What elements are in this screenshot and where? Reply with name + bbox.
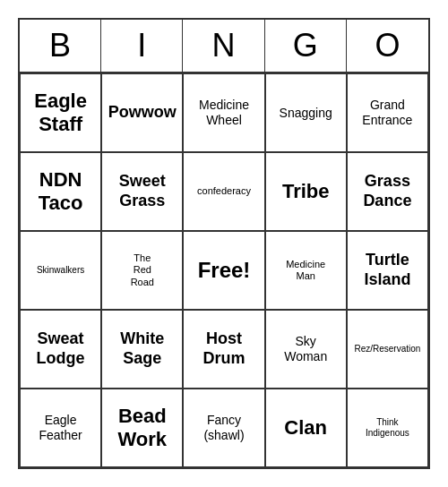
bingo-cell-23: Clan: [265, 389, 347, 467]
cell-text-5: NDNTaco: [39, 168, 83, 216]
bingo-header: BINGO: [20, 20, 428, 73]
bingo-cell-4: GrandEntrance: [347, 73, 428, 152]
bingo-cell-12: Free!: [183, 231, 264, 310]
bingo-cell-21: BeadWork: [101, 389, 183, 467]
bingo-letter-g: G: [265, 20, 347, 72]
cell-text-4: GrandEntrance: [362, 98, 412, 128]
cell-text-20: EagleFeather: [39, 413, 82, 443]
cell-text-16: WhiteSage: [120, 329, 164, 368]
bingo-cell-13: MedicineMan: [265, 231, 347, 310]
bingo-cell-16: WhiteSage: [101, 310, 183, 389]
cell-text-7: confederacy: [197, 185, 251, 197]
bingo-cell-17: HostDrum: [183, 310, 264, 389]
cell-text-13: MedicineMan: [286, 259, 325, 282]
cell-text-3: Snagging: [280, 106, 332, 121]
bingo-cell-10: Skinwalkers: [20, 231, 101, 310]
bingo-cell-5: NDNTaco: [20, 152, 101, 231]
cell-text-2: MedicineWheel: [199, 98, 249, 128]
bingo-cell-1: Powwow: [101, 73, 183, 152]
cell-text-10: Skinwalkers: [37, 265, 84, 276]
bingo-cell-2: MedicineWheel: [183, 73, 264, 152]
bingo-card: BINGO EagleStaffPowwowMedicineWheelSnagg…: [18, 18, 430, 469]
bingo-cell-6: SweetGrass: [101, 152, 183, 231]
cell-text-1: Powwow: [108, 103, 177, 123]
bingo-cell-24: ThinkIndigenous: [347, 389, 428, 467]
cell-text-24: ThinkIndigenous: [366, 417, 409, 439]
bingo-cell-18: SkyWoman: [265, 310, 347, 389]
bingo-cell-3: Snagging: [265, 73, 347, 152]
bingo-cell-14: TurtleIsland: [347, 231, 428, 310]
cell-text-6: SweetGrass: [119, 172, 166, 210]
bingo-letter-n: N: [183, 20, 264, 72]
cell-text-8: Tribe: [282, 180, 330, 203]
cell-text-0: EagleStaff: [34, 90, 87, 137]
bingo-letter-b: B: [20, 20, 101, 72]
cell-text-22: Fancy(shawl): [203, 413, 244, 443]
cell-text-12: Free!: [198, 258, 251, 284]
cell-text-18: SkyWoman: [284, 334, 327, 364]
cell-text-21: BeadWork: [117, 405, 167, 452]
bingo-grid: EagleStaffPowwowMedicineWheelSnaggingGra…: [20, 73, 428, 467]
cell-text-23: Clan: [284, 416, 327, 440]
bingo-cell-7: confederacy: [183, 152, 264, 231]
bingo-cell-22: Fancy(shawl): [183, 389, 264, 467]
bingo-cell-9: GrassDance: [347, 152, 428, 231]
cell-text-11: TheRedRoad: [131, 252, 154, 288]
cell-text-19: Rez/Reservation: [354, 344, 420, 355]
cell-text-9: GrassDance: [363, 172, 411, 210]
bingo-letter-o: O: [347, 20, 428, 72]
bingo-cell-15: SweatLodge: [20, 310, 101, 389]
cell-text-15: SweatLodge: [37, 329, 85, 368]
bingo-letter-i: I: [101, 20, 183, 72]
bingo-cell-19: Rez/Reservation: [347, 310, 428, 389]
bingo-cell-8: Tribe: [265, 152, 347, 231]
bingo-cell-0: EagleStaff: [20, 73, 101, 152]
cell-text-14: TurtleIsland: [364, 251, 410, 289]
bingo-cell-20: EagleFeather: [20, 389, 101, 467]
cell-text-17: HostDrum: [202, 329, 245, 368]
bingo-cell-11: TheRedRoad: [101, 231, 183, 310]
